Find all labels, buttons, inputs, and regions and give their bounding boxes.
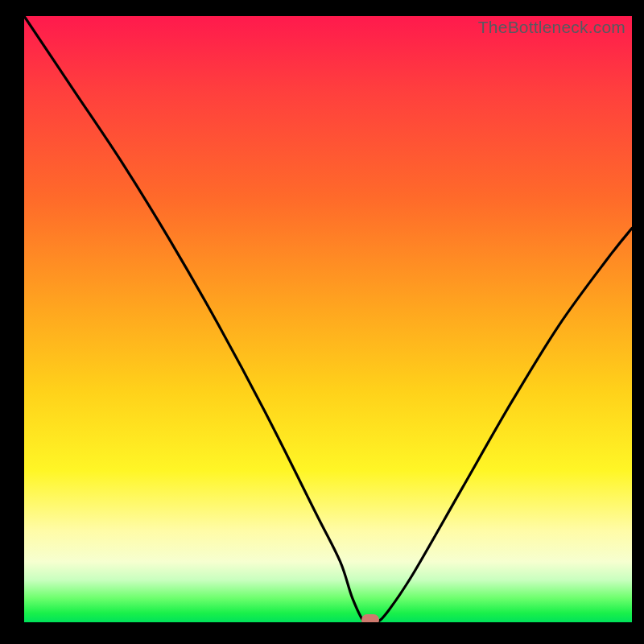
chart-frame: TheBottleneck.com — [0, 0, 644, 644]
curve-path — [24, 16, 632, 622]
optimal-point-marker — [361, 614, 379, 622]
plot-area: TheBottleneck.com — [24, 16, 632, 622]
bottleneck-curve — [24, 16, 632, 622]
